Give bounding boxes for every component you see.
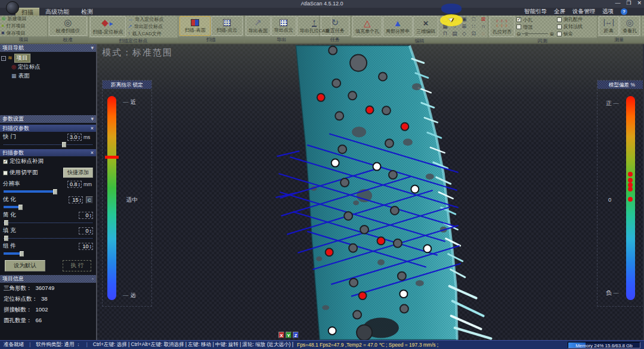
slider-thumb[interactable]: [53, 189, 57, 194]
scan-markers-button[interactable]: ◆► 扫描-定位标点: [90, 16, 126, 37]
menu-fullscreen[interactable]: 全屏: [554, 8, 565, 16]
set-default-button[interactable]: 设为默认: [5, 260, 45, 271]
tab-scan[interactable]: 扫描: [16, 8, 39, 16]
slider-thumb[interactable]: [4, 236, 8, 241]
load-cad-button[interactable]: ↑载入CAD文件: [128, 30, 163, 37]
minus-icon[interactable]: ⊖: [516, 31, 521, 37]
calibrate-scanner-button[interactable]: ◎ 校准扫描仪: [49, 16, 87, 36]
export-surface-button[interactable]: ↗ 导出表面: [246, 16, 271, 36]
axis-z-button[interactable]: Z: [293, 332, 299, 338]
import-markers-button[interactable]: →导入定位标点: [128, 16, 163, 23]
fill-single-hole-button[interactable]: △ 填充单个孔: [352, 16, 382, 37]
help-icon[interactable]: ?: [621, 8, 627, 15]
hole-align-button[interactable]: ♀♀♀♀♀♀ 孔位对齐: [490, 16, 515, 37]
tree-node-surface-label[interactable]: 表面: [18, 72, 30, 80]
resolution-spinner[interactable]: 0.8▴▾: [67, 181, 82, 188]
new-project-button[interactable]: ⊕新建项目: [1, 16, 46, 22]
marker-count: 38: [41, 295, 48, 303]
bridge-tool-icon[interactable]: ∩: [479, 23, 488, 30]
points-tool-icon[interactable]: ∷: [469, 23, 478, 30]
spinner-arrows-icon[interactable]: ▴▾: [78, 135, 80, 140]
local-resolution-button[interactable]: ▲ 局部分辨率: [383, 16, 413, 37]
scan-pointcloud-button[interactable]: 扫描-点云: [211, 16, 242, 36]
menu-options[interactable]: 选项: [602, 8, 614, 16]
shutter-spinner[interactable]: 3.0▴▾: [67, 134, 82, 141]
export-pointcloud-button[interactable]: 导出点云: [271, 16, 296, 36]
3d-edit-button[interactable]: × 三维编辑: [413, 16, 438, 37]
cut-plane-checkbox[interactable]: 使用切平面: [3, 169, 38, 177]
markers-target-icon: ◎: [11, 64, 16, 70]
tree-node-markers[interactable]: ◎ 定位标点: [1, 63, 95, 72]
menu-smart-guide[interactable]: 智能引导: [524, 8, 547, 16]
slider-track[interactable]: [522, 33, 548, 34]
close-section-icon[interactable]: ×: [91, 125, 94, 132]
open-project-button[interactable]: ●打开项目: [1, 23, 46, 29]
spinner-arrows-icon[interactable]: ▴▾: [89, 244, 91, 249]
dashed-circle-icon[interactable]: ◌: [479, 30, 488, 37]
simplify-slider[interactable]: [4, 220, 92, 226]
export-markers-button[interactable]: ↗导出定位标点: [128, 23, 163, 30]
tab-advanced[interactable]: 高级功能: [39, 8, 75, 16]
boxed-dot-icon[interactable]: ⊡: [469, 30, 478, 37]
spinner-arrows-icon[interactable]: ▴▾: [79, 197, 81, 202]
layers-tool-icon[interactable]: ▤: [450, 30, 459, 37]
scan-object[interactable]: [296, 46, 457, 340]
square-tool-icon[interactable]: □: [469, 16, 478, 23]
slider-thumb[interactable]: [62, 142, 66, 147]
component-slider[interactable]: [4, 251, 92, 257]
optimize-refresh-icon[interactable]: C: [86, 196, 93, 203]
collapse-icon[interactable]: ▾: [91, 115, 94, 123]
delete-selection-icon[interactable]: ⊠: [479, 16, 488, 23]
tree-node-project-label[interactable]: 项目: [14, 54, 30, 63]
diamond-tool-icon[interactable]: ◇: [460, 30, 469, 37]
slider-thumb[interactable]: [525, 32, 528, 36]
collapse-icon[interactable]: ▾: [91, 44, 94, 52]
reset-task-button[interactable]: ↻ 重置任务: [321, 16, 349, 36]
close-section-icon[interactable]: ×: [91, 149, 94, 156]
spinner-arrows-icon[interactable]: ▴▾: [78, 182, 80, 187]
flash-sensitivity-slider[interactable]: ⊖⊕: [516, 31, 554, 37]
quick-add-button[interactable]: 快捷添加: [63, 168, 93, 178]
fill-markers-checkbox[interactable]: 定位标点补洞: [3, 157, 44, 165]
distance-button[interactable]: |↔| 距离: [599, 16, 619, 36]
tree-node-project[interactable]: - ≋ 项目: [1, 54, 95, 63]
tree-node-surface[interactable]: ▦ 表面: [1, 72, 95, 81]
shutter-slider[interactable]: [4, 142, 92, 147]
fill-slider[interactable]: [4, 236, 92, 241]
grid-add-icon[interactable]: ⊞: [460, 23, 469, 30]
axis-y-button[interactable]: Y: [286, 332, 292, 338]
close-button[interactable]: ✕: [637, 0, 642, 6]
hole-accessory-checkbox[interactable]: 测孔配件: [557, 16, 583, 23]
maximize-button[interactable]: ❐: [626, 0, 631, 6]
simplify-spinner[interactable]: 0▴▾: [79, 212, 93, 219]
minimize-button[interactable]: —: [615, 0, 620, 6]
component-spinner[interactable]: 10▴▾: [79, 243, 93, 250]
save-project-button[interactable]: ■保存项目: [1, 30, 46, 36]
sheet-metal-checkbox[interactable]: 钣金: [557, 30, 583, 37]
small-hole-checkbox[interactable]: 小孔: [516, 17, 554, 23]
scan-3d-viewport[interactable]: 模式：标准范围 距离指示 锁定 —近 适中 —远 模型偏差 % 正 —: [97, 44, 643, 340]
fill-spinner[interactable]: 0▴▾: [79, 227, 93, 234]
execute-button[interactable]: 执 行: [63, 260, 91, 271]
collapse-icon[interactable]: -: [92, 275, 94, 283]
enhance-checkbox[interactable]: 增强: [516, 24, 554, 30]
cap-tool-icon[interactable]: ⊓: [441, 30, 450, 37]
menu-device-manager[interactable]: 设备管理: [572, 8, 595, 16]
resolution-slider[interactable]: [4, 189, 92, 194]
plus-icon[interactable]: ⊕: [549, 31, 554, 37]
slider-thumb[interactable]: [4, 220, 8, 226]
optimize-spinner[interactable]: 15▴▾: [69, 196, 83, 203]
axis-x-button[interactable]: X: [278, 332, 284, 338]
expand-icon[interactable]: -: [1, 56, 6, 61]
invert-normals-checkbox[interactable]: 反转法线: [557, 23, 583, 30]
slider-thumb[interactable]: [18, 205, 23, 210]
tree-node-markers-label[interactable]: 定位标点: [18, 63, 41, 71]
slider-thumb[interactable]: [20, 251, 24, 257]
spinner-arrows-icon[interactable]: ▴▾: [89, 228, 91, 233]
tab-inspect[interactable]: 检测: [75, 8, 99, 16]
scan-surface-button[interactable]: 扫描-表面: [179, 16, 210, 36]
view-hole-button[interactable]: ◎ 查看孔: [620, 16, 640, 36]
fill-row: 填 充 0▴▾: [0, 226, 96, 236]
optimize-slider[interactable]: [4, 205, 92, 210]
spinner-arrows-icon[interactable]: ▴▾: [89, 213, 91, 218]
